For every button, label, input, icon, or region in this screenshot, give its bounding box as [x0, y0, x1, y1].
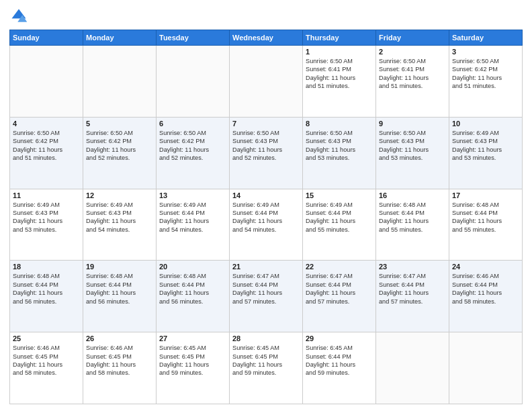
calendar-cell: 15Sunrise: 6:49 AMSunset: 6:44 PMDayligh…: [303, 189, 376, 261]
calendar-cell: 21Sunrise: 6:47 AMSunset: 6:44 PMDayligh…: [230, 261, 303, 332]
day-number: 23: [379, 263, 446, 271]
calendar-cell: 14Sunrise: 6:49 AMSunset: 6:44 PMDayligh…: [230, 189, 303, 261]
day-info: Sunrise: 6:50 AMSunset: 6:43 PMDaylight:…: [379, 129, 446, 163]
calendar-cell: 1Sunrise: 6:50 AMSunset: 6:41 PMDaylight…: [303, 46, 376, 118]
calendar-cell: 12Sunrise: 6:49 AMSunset: 6:43 PMDayligh…: [83, 189, 157, 261]
day-number: 4: [13, 120, 80, 128]
calendar-cell: 20Sunrise: 6:48 AMSunset: 6:44 PMDayligh…: [157, 261, 230, 332]
day-info: Sunrise: 6:47 AMSunset: 6:44 PMDaylight:…: [232, 272, 300, 306]
weekday-row: SundayMondayTuesdayWednesdayThursdayFrid…: [10, 30, 523, 46]
day-number: 5: [86, 120, 153, 128]
weekday-header-thursday: Thursday: [303, 30, 376, 46]
header: [9, 7, 523, 26]
day-info: Sunrise: 6:50 AMSunset: 6:43 PMDaylight:…: [306, 129, 373, 163]
day-number: 13: [159, 191, 226, 199]
day-number: 8: [306, 120, 373, 128]
day-info: Sunrise: 6:50 AMSunset: 6:42 PMDaylight:…: [86, 129, 153, 163]
day-info: Sunrise: 6:48 AMSunset: 6:44 PMDaylight:…: [452, 201, 519, 234]
calendar-cell: 3Sunrise: 6:50 AMSunset: 6:42 PMDaylight…: [449, 46, 523, 118]
calendar-cell: 24Sunrise: 6:46 AMSunset: 6:44 PMDayligh…: [449, 261, 523, 332]
page: SundayMondayTuesdayWednesdayThursdayFrid…: [0, 0, 532, 411]
day-number: 2: [379, 48, 446, 56]
day-number: 17: [452, 191, 519, 199]
calendar-cell: 4Sunrise: 6:50 AMSunset: 6:42 PMDaylight…: [10, 117, 83, 189]
day-info: Sunrise: 6:49 AMSunset: 6:43 PMDaylight:…: [13, 201, 80, 234]
day-number: 18: [13, 263, 80, 271]
calendar-cell: 27Sunrise: 6:45 AMSunset: 6:45 PMDayligh…: [157, 332, 230, 404]
weekday-header-monday: Monday: [83, 30, 157, 46]
day-number: 3: [452, 48, 519, 56]
weekday-header-saturday: Saturday: [449, 30, 523, 46]
day-info: Sunrise: 6:46 AMSunset: 6:44 PMDaylight:…: [452, 272, 519, 306]
day-number: 29: [306, 334, 373, 342]
day-info: Sunrise: 6:49 AMSunset: 6:44 PMDaylight:…: [159, 201, 226, 234]
day-info: Sunrise: 6:49 AMSunset: 6:44 PMDaylight:…: [306, 201, 373, 234]
day-number: 7: [232, 120, 300, 128]
day-info: Sunrise: 6:48 AMSunset: 6:44 PMDaylight:…: [379, 201, 446, 234]
calendar-cell: 17Sunrise: 6:48 AMSunset: 6:44 PMDayligh…: [449, 189, 523, 261]
week-row-4: 18Sunrise: 6:48 AMSunset: 6:44 PMDayligh…: [10, 261, 523, 332]
week-row-2: 4Sunrise: 6:50 AMSunset: 6:42 PMDaylight…: [10, 117, 523, 189]
day-number: 26: [86, 334, 153, 342]
week-row-1: 1Sunrise: 6:50 AMSunset: 6:41 PMDaylight…: [10, 46, 523, 118]
day-number: 19: [86, 263, 153, 271]
day-number: 25: [13, 334, 80, 342]
day-number: 14: [232, 191, 300, 199]
day-number: 28: [232, 334, 300, 342]
calendar-cell: 10Sunrise: 6:49 AMSunset: 6:43 PMDayligh…: [449, 117, 523, 189]
calendar-cell: [157, 46, 230, 118]
calendar-cell: 18Sunrise: 6:48 AMSunset: 6:44 PMDayligh…: [10, 261, 83, 332]
calendar-cell: 9Sunrise: 6:50 AMSunset: 6:43 PMDaylight…: [376, 117, 449, 189]
calendar-cell: 29Sunrise: 6:45 AMSunset: 6:44 PMDayligh…: [303, 332, 376, 404]
day-info: Sunrise: 6:50 AMSunset: 6:41 PMDaylight:…: [379, 57, 446, 91]
weekday-header-sunday: Sunday: [10, 30, 83, 46]
calendar-cell: [83, 46, 157, 118]
calendar-table: SundayMondayTuesdayWednesdayThursdayFrid…: [9, 30, 523, 404]
day-number: 24: [452, 263, 519, 271]
calendar-cell: 7Sunrise: 6:50 AMSunset: 6:43 PMDaylight…: [230, 117, 303, 189]
calendar-cell: 5Sunrise: 6:50 AMSunset: 6:42 PMDaylight…: [83, 117, 157, 189]
day-info: Sunrise: 6:45 AMSunset: 6:45 PMDaylight:…: [232, 344, 300, 377]
day-number: 21: [232, 263, 300, 271]
day-number: 10: [452, 120, 519, 128]
calendar-cell: 6Sunrise: 6:50 AMSunset: 6:42 PMDaylight…: [157, 117, 230, 189]
day-info: Sunrise: 6:50 AMSunset: 6:42 PMDaylight:…: [13, 129, 80, 163]
day-number: 6: [159, 120, 226, 128]
week-row-3: 11Sunrise: 6:49 AMSunset: 6:43 PMDayligh…: [10, 189, 523, 261]
day-info: Sunrise: 6:45 AMSunset: 6:44 PMDaylight:…: [306, 344, 373, 377]
day-info: Sunrise: 6:46 AMSunset: 6:45 PMDaylight:…: [13, 344, 80, 377]
day-info: Sunrise: 6:50 AMSunset: 6:42 PMDaylight:…: [452, 57, 519, 91]
day-number: 15: [306, 191, 373, 199]
calendar-body: 1Sunrise: 6:50 AMSunset: 6:41 PMDaylight…: [10, 46, 523, 404]
day-info: Sunrise: 6:48 AMSunset: 6:44 PMDaylight:…: [159, 272, 226, 306]
day-info: Sunrise: 6:48 AMSunset: 6:44 PMDaylight:…: [13, 272, 80, 306]
logo-icon: [9, 7, 28, 26]
calendar-cell: 19Sunrise: 6:48 AMSunset: 6:44 PMDayligh…: [83, 261, 157, 332]
calendar-cell: 23Sunrise: 6:47 AMSunset: 6:44 PMDayligh…: [376, 261, 449, 332]
day-info: Sunrise: 6:47 AMSunset: 6:44 PMDaylight:…: [306, 272, 373, 306]
calendar-cell: 26Sunrise: 6:46 AMSunset: 6:45 PMDayligh…: [83, 332, 157, 404]
day-info: Sunrise: 6:48 AMSunset: 6:44 PMDaylight:…: [86, 272, 153, 306]
day-number: 16: [379, 191, 446, 199]
day-number: 27: [159, 334, 226, 342]
day-info: Sunrise: 6:45 AMSunset: 6:45 PMDaylight:…: [159, 344, 226, 377]
calendar-cell: [10, 46, 83, 118]
calendar-cell: [449, 332, 523, 404]
day-number: 12: [86, 191, 153, 199]
day-number: 1: [306, 48, 373, 56]
day-info: Sunrise: 6:50 AMSunset: 6:43 PMDaylight:…: [232, 129, 300, 163]
calendar-cell: [376, 332, 449, 404]
logo: [9, 7, 31, 26]
calendar-cell: 16Sunrise: 6:48 AMSunset: 6:44 PMDayligh…: [376, 189, 449, 261]
day-number: 22: [306, 263, 373, 271]
day-info: Sunrise: 6:50 AMSunset: 6:42 PMDaylight:…: [159, 129, 226, 163]
calendar-cell: 22Sunrise: 6:47 AMSunset: 6:44 PMDayligh…: [303, 261, 376, 332]
week-row-5: 25Sunrise: 6:46 AMSunset: 6:45 PMDayligh…: [10, 332, 523, 404]
day-info: Sunrise: 6:49 AMSunset: 6:44 PMDaylight:…: [232, 201, 300, 234]
day-info: Sunrise: 6:49 AMSunset: 6:43 PMDaylight:…: [86, 201, 153, 234]
calendar-cell: 2Sunrise: 6:50 AMSunset: 6:41 PMDaylight…: [376, 46, 449, 118]
calendar-cell: 8Sunrise: 6:50 AMSunset: 6:43 PMDaylight…: [303, 117, 376, 189]
weekday-header-wednesday: Wednesday: [230, 30, 303, 46]
day-info: Sunrise: 6:46 AMSunset: 6:45 PMDaylight:…: [86, 344, 153, 377]
day-info: Sunrise: 6:50 AMSunset: 6:41 PMDaylight:…: [306, 57, 373, 91]
